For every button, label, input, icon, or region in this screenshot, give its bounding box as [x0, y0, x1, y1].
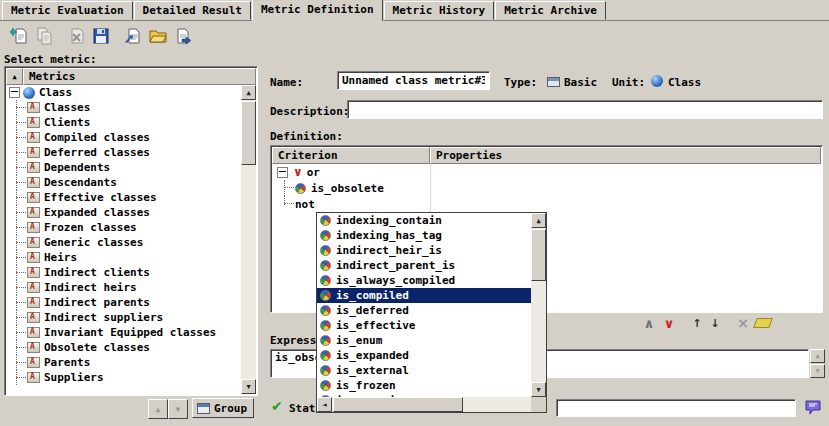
tree-item-label: Parents [44, 356, 90, 369]
scroll-up-icon[interactable]: ▲ [531, 213, 546, 228]
dropdown-item-label: indirect_parent_is [336, 259, 455, 272]
dropdown-item[interactable]: is_expanded [317, 348, 531, 363]
dropdown-item[interactable]: indirect_parent_is [317, 258, 531, 273]
save-metric-button[interactable] [88, 24, 113, 48]
tree-item[interactable]: Parents [6, 355, 241, 370]
tab-metric-evaluation[interactable]: Metric Evaluation [2, 1, 133, 20]
move-criterion-down-button[interactable]: ↓ [706, 314, 724, 332]
dropdown-item[interactable]: is_always_compiled [317, 273, 531, 288]
scroll-left-icon[interactable]: ◄ [317, 397, 332, 412]
export-metric-button[interactable] [170, 24, 195, 48]
dropdown-item[interactable]: is_effective [317, 318, 531, 333]
metrics-column-header[interactable]: Metrics [23, 68, 256, 85]
and-criterion-button[interactable]: ∧ [640, 314, 658, 332]
criterion-icon [320, 275, 331, 286]
tree-item[interactable]: Obsolete classes [6, 340, 241, 355]
tree-item[interactable]: Clients [6, 115, 241, 130]
expression-scrollbar[interactable]: ▲ ▼ [810, 349, 826, 378]
tree-branch-line [13, 220, 27, 235]
dropdown-item[interactable]: is_enum [317, 333, 531, 348]
tree-item[interactable]: Effective classes [6, 190, 241, 205]
tree-item-label: Invariant Equipped classes [44, 326, 216, 339]
type-value: Basic [564, 76, 597, 89]
move-metric-up-button[interactable]: ▲ [148, 399, 168, 419]
tree-item-label: Expanded classes [44, 206, 150, 219]
tab-metric-archive[interactable]: Metric Archive [495, 1, 606, 20]
scrollbar-thumb[interactable] [333, 397, 463, 412]
description-input[interactable] [347, 100, 823, 119]
tree-item[interactable]: Suppliers [6, 370, 241, 385]
open-metric-button[interactable] [145, 24, 170, 48]
tree-branch-line [13, 100, 27, 115]
new-metric-button[interactable] [6, 24, 31, 48]
tab-metric-definition[interactable]: Metric Definition [252, 0, 383, 21]
metric-icon [27, 147, 40, 158]
tree-root-class[interactable]: Class [6, 85, 241, 100]
dropdown-item[interactable]: indexing_contain [317, 213, 531, 228]
metric-icon [27, 312, 40, 323]
delete-metric-button[interactable] [63, 24, 88, 48]
move-metric-down-button[interactable]: ▼ [168, 399, 188, 419]
dropdown-item[interactable]: is_deferred [317, 303, 531, 318]
erase-criterion-button[interactable] [754, 314, 772, 332]
sort-indicator-header[interactable]: ▲ [6, 68, 23, 85]
criterion-column-header[interactable]: Criterion [272, 147, 430, 164]
scroll-down-icon[interactable]: ▼ [241, 379, 256, 394]
dropdown-item[interactable]: is_frozen [317, 378, 531, 393]
or-criterion-button[interactable]: ∨ [660, 314, 678, 332]
scroll-down-icon[interactable]: ▼ [531, 382, 546, 397]
scroll-up-icon[interactable]: ▲ [241, 85, 256, 100]
metric-icon [27, 177, 40, 188]
criterion-icon [320, 365, 331, 376]
scroll-up-icon[interactable]: ▲ [810, 349, 825, 363]
open-metric-icon [149, 27, 167, 45]
tree-item-label: Deferred classes [44, 146, 150, 159]
tree-item[interactable]: Invariant Equipped classes [6, 325, 241, 340]
copy-metric-button[interactable] [31, 24, 56, 48]
delete-criterion-button[interactable]: × [734, 314, 752, 332]
dropdown-vertical-scrollbar[interactable]: ▲ ▼ [531, 213, 546, 397]
tree-item[interactable]: Indirect suppliers [6, 310, 241, 325]
dropdown-item[interactable]: is_external [317, 363, 531, 378]
properties-column-header[interactable]: Properties [430, 147, 821, 164]
tree-item[interactable]: Classes [6, 100, 241, 115]
definition-row-not[interactable]: not [272, 196, 821, 212]
status-input[interactable] [556, 399, 796, 417]
tree-item-label: Generic classes [44, 236, 143, 249]
scrollbar-thumb[interactable] [531, 229, 546, 281]
tree-branch-line [13, 115, 27, 130]
tree-item[interactable]: Expanded classes [6, 205, 241, 220]
tree-item[interactable]: Heirs [6, 250, 241, 265]
tree-item[interactable]: Frozen classes [6, 220, 241, 235]
tree-item[interactable]: Generic classes [6, 235, 241, 250]
dropdown-item[interactable]: is_compiled [317, 288, 531, 303]
export-metric-icon [174, 27, 192, 45]
comment-button[interactable] [802, 397, 824, 417]
collapse-expander-icon[interactable] [277, 167, 288, 178]
definition-row-is-obsolete[interactable]: is_obsolete [272, 180, 821, 196]
dropdown-item[interactable]: indirect_heir_is [317, 243, 531, 258]
tree-root-label: Class [39, 86, 72, 99]
tree-item[interactable]: Descendants [6, 175, 241, 190]
tree-item[interactable]: Dependents [6, 160, 241, 175]
move-criterion-up-button[interactable]: ↑ [688, 314, 706, 332]
tab-detailed-result[interactable]: Detailed Result [134, 1, 251, 20]
tree-item[interactable]: Deferred classes [6, 145, 241, 160]
tree-item[interactable]: Indirect clients [6, 265, 241, 280]
group-toggle-button[interactable]: Group [192, 398, 254, 418]
metrics-scrollbar[interactable]: ▲ ▼ [241, 85, 256, 394]
dropdown-horizontal-scrollbar[interactable]: ◄ [317, 397, 531, 412]
tree-branch-line [13, 325, 27, 340]
tree-item[interactable]: Indirect parents [6, 295, 241, 310]
scroll-down-icon[interactable]: ▼ [810, 364, 825, 378]
definition-row-or[interactable]: ∨ or [272, 164, 821, 180]
dropdown-item[interactable]: indexing_has_tag [317, 228, 531, 243]
tab-metric-history[interactable]: Metric History [384, 1, 495, 20]
tree-item[interactable]: Compiled classes [6, 130, 241, 145]
name-input[interactable] [337, 71, 490, 90]
tree-branch-line [13, 205, 27, 220]
collapse-expander-icon[interactable] [9, 87, 20, 98]
tree-item[interactable]: Indirect heirs [6, 280, 241, 295]
import-metric-button[interactable] [120, 24, 145, 48]
scrollbar-thumb[interactable] [241, 101, 256, 165]
